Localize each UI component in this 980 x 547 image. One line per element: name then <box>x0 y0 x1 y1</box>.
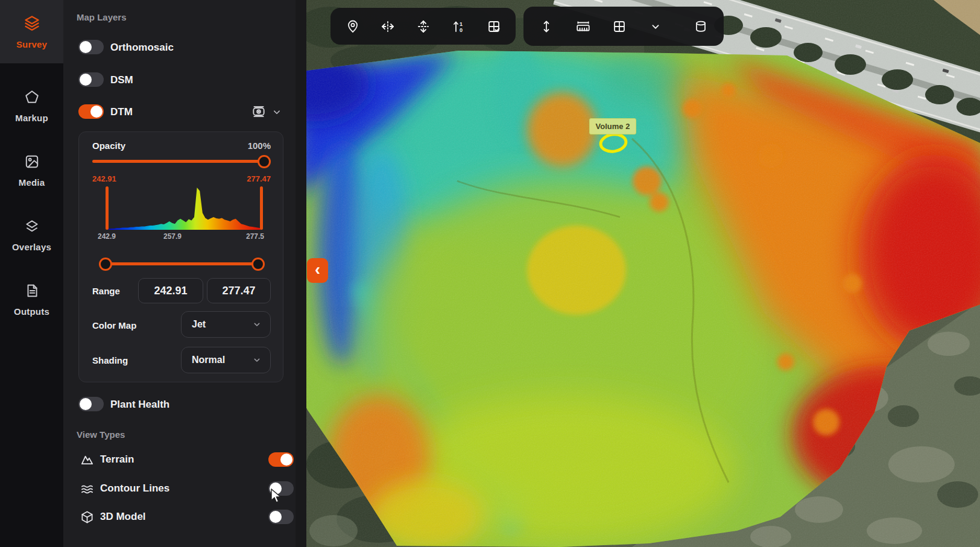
toggle-knob <box>80 74 92 86</box>
hist-tick: 257.9 <box>163 232 182 241</box>
sidebar-item-label: Outputs <box>14 306 49 317</box>
view-types-title: View Types <box>77 429 125 440</box>
toggle-knob <box>270 511 282 523</box>
shading-label: Shading <box>92 355 128 365</box>
sort-numeric-up-icon[interactable]: 10 <box>445 13 472 40</box>
pentagon-icon <box>24 89 40 107</box>
move-horizontal-icon[interactable] <box>375 13 401 40</box>
image-icon <box>24 154 40 172</box>
range-max-input[interactable]: 277.47 <box>207 278 271 303</box>
opacity-value: 100% <box>248 141 271 151</box>
sidebar-item-label: Overlays <box>12 242 51 252</box>
sidebar-item-survey[interactable]: Survey <box>0 0 63 63</box>
terrain-label: Terrain <box>100 454 134 466</box>
colormap-value: Jet <box>192 319 206 330</box>
range-slider-knob-max[interactable] <box>251 258 265 271</box>
app-window: Volume 2 10 <box>0 0 980 547</box>
toggle-knob <box>90 106 103 118</box>
sidebar-item-media[interactable]: Media <box>0 142 63 200</box>
model-3d-label: 3D Model <box>100 511 146 523</box>
cube-icon <box>80 510 94 526</box>
dtm-settings-card: Opacity 100% 242.91 277.47 242.9 257.9 2… <box>78 131 283 382</box>
plant-health-label: Plant Health <box>110 399 169 411</box>
contour-lines-toggle[interactable] <box>268 481 294 496</box>
toggle-knob <box>280 454 292 466</box>
mountain-icon <box>80 453 94 469</box>
hist-max-label: 277.47 <box>247 174 271 183</box>
hist-min-label: 242.91 <box>92 174 116 183</box>
collapse-panel-button[interactable]: ‹ <box>307 258 328 283</box>
plant-health-toggle[interactable] <box>78 397 104 411</box>
svg-text:1: 1 <box>460 21 463 27</box>
cylinder-icon[interactable] <box>688 13 714 40</box>
nav-rail: Survey Markup Media Overlays Outputs <box>0 0 63 547</box>
sidebar-item-outputs[interactable]: Outputs <box>0 271 63 329</box>
dtm-visibility-icon[interactable] <box>250 103 267 120</box>
ruler-icon[interactable] <box>570 13 596 40</box>
toggle-knob <box>80 398 92 410</box>
range-label: Range <box>92 286 120 296</box>
location-pin-icon[interactable] <box>340 13 366 40</box>
hist-tick: 277.5 <box>246 232 264 241</box>
overlay-layers-icon <box>24 218 40 236</box>
elevation-histogram <box>109 186 261 230</box>
map-toolbar-group-2 <box>523 7 724 46</box>
layers-stack-icon <box>24 14 40 34</box>
toggle-knob <box>80 41 92 53</box>
dtm-toggle[interactable] <box>78 104 104 119</box>
hist-range-handle-left[interactable] <box>106 186 109 230</box>
volume-annotation-label[interactable]: Volume 2 <box>589 118 636 134</box>
dtm-label: DTM <box>110 106 133 118</box>
contour-lines-icon <box>80 482 94 498</box>
hist-range-handle-right[interactable] <box>260 186 263 230</box>
terrain-map-viewport[interactable] <box>306 0 980 547</box>
collapse-chevron-icon: ‹ <box>315 262 320 278</box>
range-min-input[interactable]: 242.91 <box>138 278 203 303</box>
panel-edge-strip <box>296 0 306 547</box>
contour-lines-label: Contour Lines <box>100 482 169 495</box>
chevron-down-icon <box>252 355 262 365</box>
chevron-down-icon[interactable] <box>642 13 669 40</box>
dtm-expand-chevron-icon[interactable] <box>271 106 283 118</box>
map-layers-title: Map Layers <box>77 12 127 22</box>
dsm-label: DSM <box>110 74 133 86</box>
sidebar-item-label: Markup <box>15 113 48 123</box>
shading-value: Normal <box>192 355 225 365</box>
sidebar-item-markup[interactable]: Markup <box>0 77 63 135</box>
opacity-slider-knob[interactable] <box>258 155 271 168</box>
layers-panel: Map Layers Orthomosaic DSM DTM Opacity 1… <box>63 0 296 547</box>
sidebar-item-label: Media <box>19 177 45 188</box>
hist-tick: 242.9 <box>98 232 116 241</box>
orthomosaic-toggle[interactable] <box>78 40 104 54</box>
colormap-label: Color Map <box>92 320 136 330</box>
range-slider-knob-min[interactable] <box>99 258 112 271</box>
dsm-toggle[interactable] <box>78 72 104 87</box>
expand-vertical-icon[interactable] <box>533 13 560 40</box>
orthomosaic-label: Orthomosaic <box>110 42 174 54</box>
chevron-down-icon <box>252 320 262 329</box>
opacity-slider[interactable] <box>92 160 271 163</box>
sidebar-item-overlays[interactable]: Overlays <box>0 206 63 264</box>
opacity-label: Opacity <box>92 141 125 151</box>
terrain-toggle[interactable] <box>268 452 294 467</box>
colormap-dropdown[interactable]: Jet <box>181 311 271 338</box>
sidebar-item-label: Survey <box>16 39 47 49</box>
model-3d-toggle[interactable] <box>268 510 294 524</box>
range-slider[interactable] <box>106 262 264 265</box>
document-icon <box>24 283 40 301</box>
table-check-icon[interactable] <box>481 13 507 40</box>
svg-text:0: 0 <box>460 27 463 33</box>
toggle-knob <box>270 482 282 495</box>
move-vertical-icon[interactable] <box>410 13 437 40</box>
map-toolbar-group-1: 10 <box>330 8 516 45</box>
shading-dropdown[interactable]: Normal <box>181 347 271 373</box>
grid-icon[interactable] <box>606 13 633 40</box>
